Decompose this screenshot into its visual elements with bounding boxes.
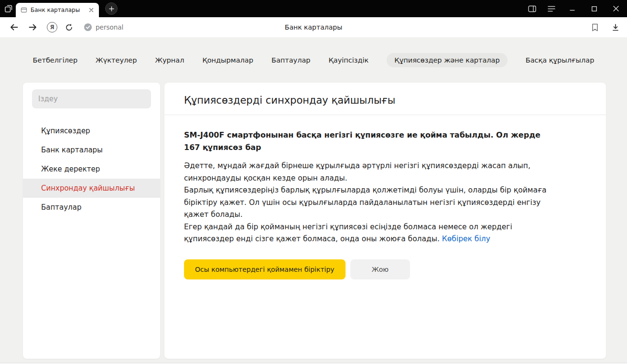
- new-tab-button[interactable]: [105, 2, 118, 15]
- forward-icon[interactable]: [25, 21, 40, 34]
- sync-conflict-body: SM-J400F смартфонынан басқа негізгі құпи…: [164, 115, 585, 279]
- conflict-paragraph-1: Әдетте, мұндай жағдай бірнеше құрылғыда …: [184, 160, 556, 184]
- tab-list-icon[interactable]: [542, 2, 561, 16]
- nav-extensions[interactable]: Қондырмалар: [202, 56, 253, 64]
- settings-nav: Бетбелгілер Жүктеулер Журнал Қондырмалар…: [0, 53, 627, 67]
- download-icon[interactable]: [609, 21, 622, 34]
- browser-tab[interactable]: Банк карталары: [16, 3, 99, 17]
- minimize-button[interactable]: [561, 0, 583, 17]
- protect-icon: [84, 23, 92, 32]
- delete-storage-button[interactable]: Жою: [350, 259, 410, 279]
- protect-label: personal: [96, 23, 123, 31]
- nav-settings[interactable]: Баптаулар: [271, 56, 311, 64]
- yandex-logo-icon[interactable]: Я: [47, 22, 57, 32]
- sidebar: Құпиясөздер Банк карталары Жеке деректер…: [23, 83, 160, 359]
- bookmark-icon[interactable]: [589, 21, 601, 34]
- page-title: Банк карталары: [285, 23, 342, 31]
- paragraph-text: Әдетте, мұндай жағдай бірнеше құрылғыда …: [184, 161, 530, 182]
- close-window-button[interactable]: [605, 0, 627, 17]
- learn-more-link[interactable]: Көбірек білу: [442, 235, 490, 243]
- merge-storage-button[interactable]: Осы компьютердегі қоймамен біріктіру: [184, 259, 346, 279]
- side-panel-icon[interactable]: [522, 1, 542, 16]
- maximize-button[interactable]: [583, 0, 605, 17]
- plus-icon: [109, 6, 114, 11]
- main-panel: Құпиясөздерді синхрондау қайшылығы SM-J4…: [164, 83, 606, 359]
- nav-bookmarks[interactable]: Бетбелгілер: [33, 56, 78, 64]
- section-title: Құпиясөздерді синхрондау қайшылығы: [164, 83, 606, 115]
- nav-history[interactable]: Журнал: [155, 56, 184, 64]
- conflict-paragraph-2: Барлық құпиясөздеріңіз барлық құрылғылар…: [184, 184, 556, 221]
- tab-title: Банк карталары: [31, 7, 87, 13]
- minimize-icon: [570, 6, 575, 11]
- nav-security[interactable]: Қауіпсіздік: [329, 56, 369, 64]
- paragraph-text: Барлық құпиясөздеріңіз барлық құрылғылар…: [184, 186, 547, 219]
- sidebar-item-settings[interactable]: Баптаулар: [23, 198, 160, 217]
- window-controls: [522, 0, 627, 17]
- settings-page: Бетбелгілер Жүктеулер Журнал Қондырмалар…: [0, 37, 627, 364]
- maximize-icon: [592, 6, 597, 11]
- tab-bar: Банк карталары: [0, 0, 627, 17]
- nav-downloads[interactable]: Жүктеулер: [96, 56, 137, 64]
- action-buttons: Осы компьютердегі қоймамен біріктіру Жою: [184, 259, 556, 279]
- reload-icon[interactable]: [62, 21, 76, 34]
- close-tab-icon[interactable]: [87, 6, 95, 14]
- nav-passwords-and-cards[interactable]: Құпиясөздер және карталар: [387, 53, 507, 67]
- back-icon[interactable]: [7, 21, 22, 34]
- toolbar-right: [582, 21, 623, 34]
- close-window-icon: [613, 6, 619, 11]
- sidebar-item-personal-data[interactable]: Жеке деректер: [23, 160, 160, 179]
- tab-favicon: [21, 7, 27, 13]
- conflict-paragraph-3: Егер қандай да бір қойманың негізгі құпи…: [184, 221, 556, 246]
- toolbar: Я personal Банк карталары: [0, 17, 627, 37]
- sidebar-list: Құпиясөздер Банк карталары Жеке деректер…: [23, 121, 160, 217]
- protect-badge[interactable]: personal: [84, 23, 123, 32]
- cards-row: Құпиясөздер Банк карталары Жеке деректер…: [23, 83, 606, 359]
- search-input[interactable]: [32, 89, 151, 108]
- nav-other-devices[interactable]: Басқа құрылғылар: [526, 56, 595, 64]
- sidebar-item-bank-cards[interactable]: Банк карталары: [23, 140, 160, 160]
- conflict-heading: SM-J400F смартфонынан басқа негізгі құпи…: [184, 129, 556, 154]
- browser-logo-icon[interactable]: [4, 4, 13, 13]
- sidebar-item-sync-conflict[interactable]: Синхрондау қайшылығы: [23, 179, 160, 198]
- sidebar-item-passwords[interactable]: Құпиясөздер: [23, 121, 160, 140]
- browser-window: Банк карталары: [0, 0, 627, 364]
